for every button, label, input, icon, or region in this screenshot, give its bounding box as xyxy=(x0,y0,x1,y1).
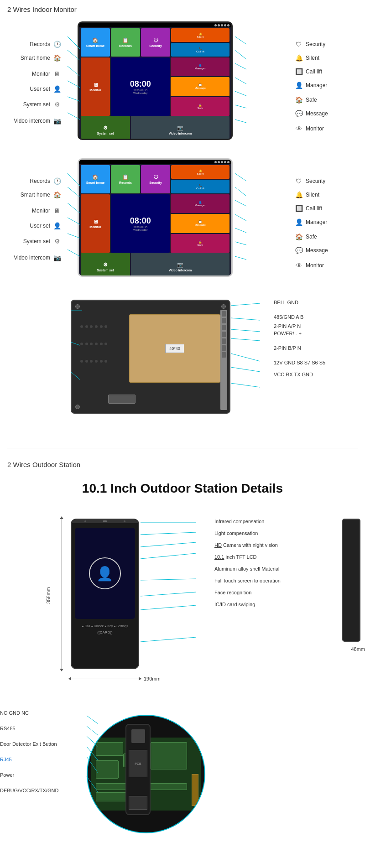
screw-tl xyxy=(75,304,80,309)
label-silent-r: 🔔 Silent xyxy=(294,53,319,62)
tile-videoint-w2[interactable]: 📷 Video intercom xyxy=(131,253,229,275)
tile-monitor-b[interactable]: 🖥 Monitor xyxy=(81,57,110,116)
pcb-label: 40*40 xyxy=(165,344,184,353)
svg-line-19 xyxy=(235,173,246,181)
svg-line-20 xyxy=(235,187,246,196)
tile-security-w[interactable]: 🛡 Security xyxy=(141,165,170,193)
monitor-r-icon: 👁 xyxy=(294,124,303,133)
device-white: 🏠 Smart home 📋 Records 🛡 Security 🔔 xyxy=(78,158,233,277)
tile-manage-w[interactable]: 👤 Manager xyxy=(171,194,229,213)
message-rw-text: Message xyxy=(306,247,328,254)
svg-line-43 xyxy=(141,637,196,642)
silent-rw-icon: 🔔 xyxy=(294,190,303,199)
label-records: Records 🕐 xyxy=(30,40,62,49)
arrow-bottom xyxy=(60,669,63,671)
svg-line-41 xyxy=(141,592,196,596)
label-nognd-text: NO GND NC xyxy=(0,710,29,716)
label-security-r: 🛡 Security xyxy=(294,40,325,49)
svg-line-6 xyxy=(235,36,246,44)
width-dimension: 190mm xyxy=(71,676,161,681)
depth-label: 48mm xyxy=(351,646,365,652)
outdoor-main-title: 10.1 Inch Outdoor Station Details xyxy=(0,481,365,496)
tile-calllift[interactable]: 📞 Call lift xyxy=(171,43,229,57)
svg-line-40 xyxy=(141,579,196,580)
userset-icon: 👤 xyxy=(52,84,62,94)
svg-line-42 xyxy=(141,605,196,610)
tile-silent[interactable]: 🔔 Silent xyxy=(171,28,229,42)
smarthome-w-icon: 🏠 xyxy=(52,190,62,199)
manager-r-icon: 👤 xyxy=(294,81,303,90)
label-vccrxtx: VCC RX TX GND xyxy=(274,372,365,377)
label-tftlcd-text: 10.1 inch TFT LCD xyxy=(214,554,257,560)
svg-line-9 xyxy=(235,78,246,84)
records-tile-label: Records xyxy=(119,44,132,47)
tile-message[interactable]: 💬 Message xyxy=(171,77,229,96)
tile-silent-w[interactable]: 🔔 Silent xyxy=(171,165,229,179)
outdoor-diagram: 👤 ● Call ● Unlock ● Key ● Settings ((CAR… xyxy=(0,509,365,692)
screw-bl xyxy=(75,405,80,409)
label-systemset-w: System set ⚙ xyxy=(23,237,62,246)
records-w-tile-icon: 📋 xyxy=(122,174,129,180)
label-rj45-text: RJ45 xyxy=(0,757,12,762)
label-2pina: 2-PIN A/P N xyxy=(274,323,365,329)
tile-systemset-b[interactable]: ⚙ System set xyxy=(81,116,130,139)
monitor-r-text: Monitor xyxy=(306,125,324,132)
smarthome-w-tile-label: Smart home xyxy=(86,181,104,184)
conn5 xyxy=(222,338,226,344)
device-bottom-conn xyxy=(129,796,147,810)
right-col-top: 🔔 Silent 📞 Call lift xyxy=(171,28,229,57)
status-dot2 xyxy=(218,24,220,26)
security-w-tile-label: Security xyxy=(149,181,162,184)
label-userset-w-text: User set xyxy=(30,223,50,229)
label-smarthome-w: Smart home 🏠 xyxy=(21,190,62,199)
tile-safe-w[interactable]: 🔒 Safe xyxy=(171,234,229,253)
tile-clock: 08:00 2023-02-15 Wednesday xyxy=(111,57,170,116)
tile-videoint-b[interactable]: 📷 Video intercom xyxy=(131,116,229,139)
label-485-text: 485/GND A B xyxy=(274,314,303,320)
screen-inner-black: 🏠 Smart home 📋 Records 🛡 Security 🔔 xyxy=(79,23,231,139)
monitor-w2-icon: 🖥 xyxy=(93,219,98,224)
label-userset-w: User set 👤 xyxy=(30,221,62,230)
label-systemset-w-text: System set xyxy=(23,238,50,244)
label-2pina-text: 2-PIN A/P N xyxy=(274,323,301,329)
device-label-area: PCB xyxy=(129,750,147,777)
monitor-rw-text: Monitor xyxy=(306,262,324,269)
status-dot-w1 xyxy=(214,161,217,163)
tile-records-w[interactable]: 📋 Records xyxy=(111,165,140,193)
svg-line-7 xyxy=(235,50,246,59)
records-tile-icon: 📋 xyxy=(122,37,129,43)
tile-manage[interactable]: 👤 Manager xyxy=(171,57,229,76)
label-bellgnd: BELL GND xyxy=(274,300,365,305)
calllift-tile-label: Call lift xyxy=(196,50,204,53)
label-manager-rw: 👤 Manager xyxy=(294,218,327,227)
tile-message-w[interactable]: 💬 Message xyxy=(171,214,229,233)
tile-records[interactable]: 📋 Records xyxy=(111,28,140,57)
svg-line-12 xyxy=(235,120,246,123)
arrow-left xyxy=(68,677,71,681)
bracket-slot-visual xyxy=(108,395,136,404)
tile-security[interactable]: 🛡 Security xyxy=(141,28,170,57)
message-r-text: Message xyxy=(306,110,328,117)
status-dot-w3 xyxy=(221,161,223,163)
systemset-icon: ⚙ xyxy=(52,100,62,109)
label-tftlcd: 10.1 inch TFT LCD xyxy=(214,554,342,560)
security-rw-icon: 🛡 xyxy=(294,177,303,186)
tile-safe[interactable]: 🔒 Safe xyxy=(171,97,229,116)
tile-smarthome[interactable]: 🏠 Smart home xyxy=(81,28,110,57)
safe-icon: 🔒 xyxy=(198,104,202,107)
label-videointercom-w: Video intercom 📷 xyxy=(14,253,62,262)
tile-smarthome-w[interactable]: 🏠 Smart home xyxy=(81,165,110,193)
screen-middle-w: 🖥 Monitor 08:00 2023-02-15 Wednesday 👤 M… xyxy=(81,194,229,253)
outdoor-right-labels: Infrared compensation Light compensation… xyxy=(214,519,342,607)
videoint-w2-icon: 📷 xyxy=(177,262,183,268)
label-doordetect: Door Detector Exit Button xyxy=(0,741,91,747)
conn6 xyxy=(222,345,226,351)
tile-calllift-w[interactable]: 📞 Call lift xyxy=(171,180,229,193)
outdoor-status-bar: ● Call ● Unlock ● Key ● Settings xyxy=(75,624,135,629)
tile-systemset-w2[interactable]: ⚙ System set xyxy=(81,253,130,275)
device-label-text: PCB xyxy=(135,762,141,765)
tile-monitor-w2[interactable]: 🖥 Monitor xyxy=(81,194,110,253)
width-label: 190mm xyxy=(144,676,161,681)
label-videointercom-w-text: Video intercom xyxy=(14,255,50,261)
label-hdcam-text: HD Camera with night vision xyxy=(214,542,278,548)
